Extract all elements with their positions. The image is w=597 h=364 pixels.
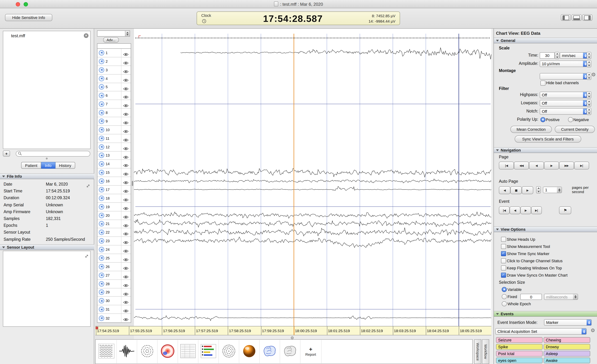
add-file-button[interactable]: +	[3, 150, 10, 157]
hide-sensitive-info-button[interactable]: Hide Sensitive Info	[5, 14, 52, 21]
event-next-button[interactable]: ▶	[520, 206, 531, 214]
channel-jump-icon[interactable]	[99, 178, 104, 184]
eye-icon[interactable]	[123, 248, 129, 254]
highpass-stepper[interactable]	[587, 91, 591, 99]
layout-left-panel-button[interactable]	[561, 14, 571, 21]
pages-per-second-field[interactable]: 1	[543, 187, 562, 193]
selection-fixed-radio[interactable]	[502, 294, 507, 299]
eye-icon[interactable]	[123, 282, 129, 289]
time-scale-stepper[interactable]	[555, 52, 559, 59]
eye-icon[interactable]	[123, 222, 129, 229]
montage-gear-icon[interactable]: ⚙	[591, 72, 596, 77]
amplitude-stepper[interactable]	[587, 60, 591, 67]
time-ruler[interactable]: 17:54:25.51917:55:25.51917:56:25.51917:5…	[95, 326, 491, 335]
tab-history[interactable]: History	[55, 162, 75, 169]
channel-jump-icon[interactable]	[99, 187, 104, 192]
channel-jump-icon[interactable]	[99, 272, 104, 278]
eye-icon[interactable]	[123, 77, 129, 83]
notch-stepper[interactable]	[587, 108, 591, 115]
event-button-post-ictal[interactable]: Post Ictal	[496, 351, 542, 356]
channel-jump-icon[interactable]	[99, 196, 104, 201]
general-section-header[interactable]: General	[494, 38, 597, 43]
eye-icon[interactable]	[123, 60, 129, 66]
fixed-size-field[interactable]: 0	[520, 294, 542, 300]
time-unit-stepper[interactable]	[587, 52, 591, 59]
channel-jump-icon[interactable]	[99, 213, 104, 218]
eye-icon[interactable]	[123, 205, 129, 212]
montage-stepper[interactable]	[587, 73, 591, 80]
channel-jump-icon[interactable]	[99, 281, 104, 286]
auto-page-forward-button[interactable]: ▶	[522, 186, 533, 194]
sensor-layout-section-header[interactable]: Sensor Layout	[0, 244, 94, 250]
show-time-sync-marker-checkbox[interactable]	[501, 251, 506, 256]
sphere-view-button[interactable]	[239, 340, 260, 363]
event-button-spike[interactable]: Spike	[496, 344, 542, 350]
hide-bad-channels-checkbox[interactable]	[540, 81, 545, 86]
close-file-icon[interactable]: ✕	[84, 33, 88, 38]
navigation-section-header[interactable]: Navigation	[494, 147, 597, 153]
sync-views-button[interactable]: Sync View's Scale and Filters	[515, 135, 581, 142]
event-flag-button[interactable]: ⚑	[559, 206, 571, 214]
event-button-asleep[interactable]: Asleep	[544, 351, 590, 356]
acquisition-set-gear-icon[interactable]: ⚙	[590, 327, 595, 333]
advanced-button[interactable]: Adv...	[103, 37, 119, 43]
time-scale-field[interactable]: 30	[540, 52, 555, 59]
eye-icon[interactable]	[123, 180, 129, 186]
eye-icon[interactable]	[123, 145, 129, 152]
show-heads-up-checkbox[interactable]	[501, 237, 506, 242]
eye-icon[interactable]	[123, 265, 129, 272]
eye-icon[interactable]	[123, 103, 129, 109]
expand-sensor-layout-icon[interactable]	[85, 253, 88, 259]
channel-jump-icon[interactable]	[99, 170, 104, 175]
eye-icon[interactable]	[123, 308, 129, 314]
channel-jump-icon[interactable]	[99, 255, 104, 261]
event-button-awake[interactable]: Awake	[544, 357, 590, 363]
lowpass-stepper[interactable]	[587, 100, 591, 107]
search-input[interactable]	[16, 151, 90, 157]
sidebar-resize-handle[interactable]	[46, 158, 48, 159]
channel-jump-icon[interactable]	[99, 84, 104, 90]
event-button-drowsy[interactable]: Drowsy	[544, 344, 590, 350]
acquisition-set-dropdown[interactable]: Clinical Acquisition Set	[495, 328, 587, 335]
eye-icon[interactable]	[123, 256, 129, 263]
channel-jump-icon[interactable]	[99, 67, 104, 72]
page-last-button[interactable]: ▶|	[574, 162, 589, 169]
expand-file-info-icon[interactable]	[86, 183, 90, 189]
eye-icon[interactable]	[123, 86, 129, 92]
highpass-dropdown[interactable]: Off	[540, 92, 588, 98]
channel-jump-icon[interactable]	[99, 153, 104, 158]
eye-icon[interactable]	[123, 68, 129, 75]
eye-icon[interactable]	[123, 171, 129, 178]
layout-bottom-panel-button[interactable]	[572, 14, 581, 21]
dotted-head-view-button[interactable]	[137, 340, 157, 363]
eye-icon[interactable]	[123, 137, 129, 143]
event-last-button[interactable]: ▶|	[531, 206, 542, 214]
eye-icon[interactable]	[123, 316, 129, 323]
tab-workflow[interactable]: Workflow	[482, 339, 489, 364]
eye-icon[interactable]	[123, 274, 129, 280]
channel-jump-icon[interactable]	[99, 136, 104, 141]
eye-icon[interactable]	[123, 94, 129, 101]
eye-icon[interactable]	[123, 231, 129, 237]
draw-view-syncs-on-master-chart-checkbox[interactable]	[501, 273, 506, 278]
fixed-unit-dropdown[interactable]: milliseconds	[544, 294, 578, 300]
report-button[interactable]: + Report	[300, 340, 322, 363]
notch-dropdown[interactable]: Off	[540, 108, 588, 115]
eye-icon[interactable]	[123, 128, 129, 135]
channel-jump-icon[interactable]	[99, 93, 104, 98]
time-unit-dropdown[interactable]: mm/sec	[560, 52, 588, 59]
channel-jump-icon[interactable]	[99, 127, 104, 133]
brain-gray-view-button[interactable]	[280, 340, 300, 363]
channel-jump-icon[interactable]	[99, 161, 104, 167]
strip-scroll-indicator[interactable]	[132, 181, 133, 186]
channel-jump-icon[interactable]	[99, 59, 104, 64]
channel-jump-icon[interactable]	[99, 221, 104, 227]
channel-jump-icon[interactable]	[99, 290, 104, 295]
channel-jump-icon[interactable]	[99, 110, 104, 115]
channel-jump-icon[interactable]	[99, 76, 104, 81]
channel-jump-icon[interactable]	[99, 119, 104, 124]
polarity-positive-radio[interactable]	[540, 117, 545, 122]
channel-jump-icon[interactable]	[99, 238, 104, 244]
eye-icon[interactable]	[123, 299, 129, 306]
brain-view-button[interactable]	[259, 340, 280, 363]
